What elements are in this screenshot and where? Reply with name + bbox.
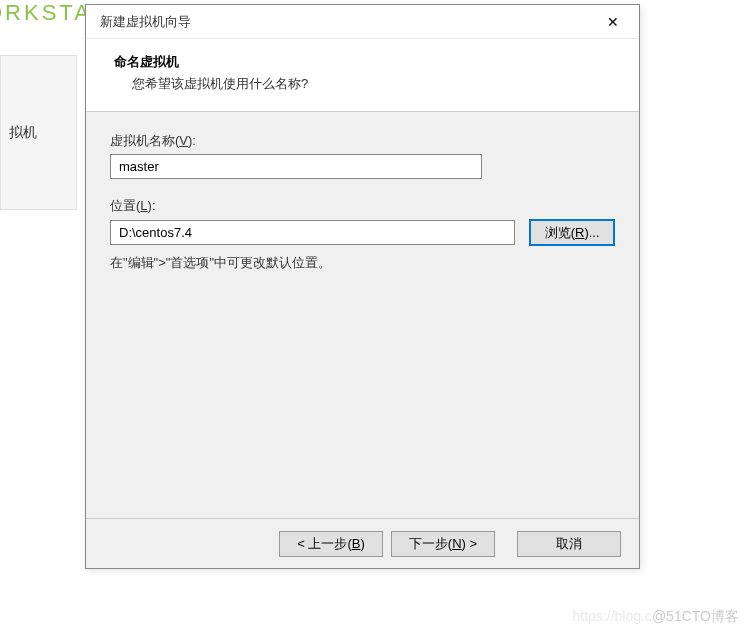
close-icon: ✕: [607, 14, 619, 30]
background-tab-label: 拟机: [9, 124, 37, 142]
location-row: 浏览(R)...: [110, 219, 615, 246]
cancel-button[interactable]: 取消: [517, 531, 621, 557]
vm-name-label: 虚拟机名称(V):: [110, 132, 615, 150]
watermark: https://blog.c@51CTO博客: [573, 608, 739, 626]
wizard-content: 虚拟机名称(V): 位置(L): 浏览(R)... 在"编辑">"首选项"中可更…: [86, 112, 639, 518]
vm-location-input[interactable]: [110, 220, 515, 245]
close-button[interactable]: ✕: [593, 8, 633, 36]
dialog-titlebar: 新建虚拟机向导 ✕: [86, 5, 639, 39]
dialog-title: 新建虚拟机向导: [100, 13, 191, 31]
wizard-header: 命名虚拟机 您希望该虚拟机使用什么名称?: [86, 39, 639, 112]
wizard-step-subtitle: 您希望该虚拟机使用什么名称?: [114, 75, 615, 93]
vm-location-group: 位置(L): 浏览(R)... 在"编辑">"首选项"中可更改默认位置。: [110, 197, 615, 272]
location-hint: 在"编辑">"首选项"中可更改默认位置。: [110, 254, 615, 272]
vm-name-group: 虚拟机名称(V):: [110, 132, 615, 179]
back-button[interactable]: < 上一步(B): [279, 531, 383, 557]
watermark-faded: https://blog.c: [573, 608, 652, 624]
wizard-button-bar: < 上一步(B) 下一步(N) > 取消: [86, 518, 639, 568]
vm-name-input[interactable]: [110, 154, 482, 179]
vm-location-label: 位置(L):: [110, 197, 615, 215]
browse-button[interactable]: 浏览(R)...: [529, 219, 615, 246]
new-vm-wizard-dialog: 新建虚拟机向导 ✕ 命名虚拟机 您希望该虚拟机使用什么名称? 虚拟机名称(V):…: [85, 4, 640, 569]
watermark-text: @51CTO博客: [652, 608, 739, 624]
wizard-step-title: 命名虚拟机: [114, 53, 615, 71]
next-button[interactable]: 下一步(N) >: [391, 531, 495, 557]
background-tab: 拟机: [0, 55, 77, 210]
